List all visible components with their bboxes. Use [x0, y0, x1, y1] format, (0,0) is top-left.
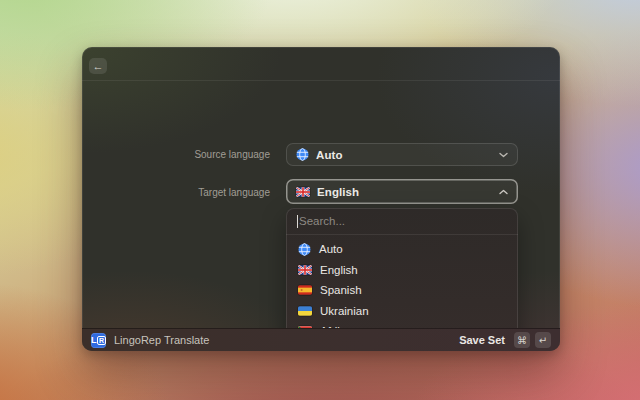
- app-name: LingoRep Translate: [114, 334, 209, 346]
- search-row: [286, 208, 518, 235]
- lingorep-logo-icon: L R: [91, 333, 106, 348]
- save-set-label: Save Set: [459, 334, 505, 346]
- source-language-select[interactable]: Auto: [286, 143, 518, 166]
- save-set-button[interactable]: Save Set ⌘ ↵: [459, 332, 551, 348]
- back-button[interactable]: ←: [89, 58, 107, 74]
- flag-es-icon: [298, 285, 312, 295]
- list-item-ukrainian[interactable]: Ukrainian: [286, 301, 518, 322]
- return-key-icon: ↵: [535, 332, 551, 348]
- flag-gb-icon: [296, 187, 310, 197]
- chevron-up-icon: [499, 189, 508, 195]
- command-key-icon: ⌘: [514, 332, 530, 348]
- chevron-down-icon: [499, 152, 508, 158]
- list-item-label: English: [320, 264, 358, 276]
- list-item-english[interactable]: English: [286, 260, 518, 281]
- globe-icon: [298, 243, 311, 256]
- list-item-spanish[interactable]: Spanish: [286, 280, 518, 301]
- logo-letter-l: L: [91, 336, 97, 345]
- desktop-background: ← Source language Auto Target language: [0, 0, 640, 400]
- globe-icon: [296, 148, 309, 161]
- target-language-value: English: [317, 186, 359, 198]
- list-item-label: Spanish: [320, 284, 362, 296]
- action-bar: L R LingoRep Translate Save Set ⌘ ↵: [82, 328, 560, 351]
- source-language-value: Auto: [316, 149, 343, 161]
- logo-letter-r: R: [97, 336, 106, 345]
- list-item-auto[interactable]: Auto: [286, 239, 518, 260]
- flag-gb-icon: [298, 265, 312, 275]
- flag-ua-icon: [298, 306, 312, 316]
- list-item-label: Auto: [319, 243, 343, 255]
- search-input[interactable]: [286, 208, 518, 234]
- list-item-label: Ukrainian: [320, 305, 369, 317]
- target-language-label: Target language: [164, 187, 270, 198]
- window-header: ←: [82, 47, 560, 81]
- lingorep-translate-window: ← Source language Auto Target language: [82, 47, 560, 351]
- back-arrow-icon: ←: [93, 61, 104, 72]
- source-language-label: Source language: [164, 149, 270, 160]
- target-language-select[interactable]: English: [286, 179, 518, 204]
